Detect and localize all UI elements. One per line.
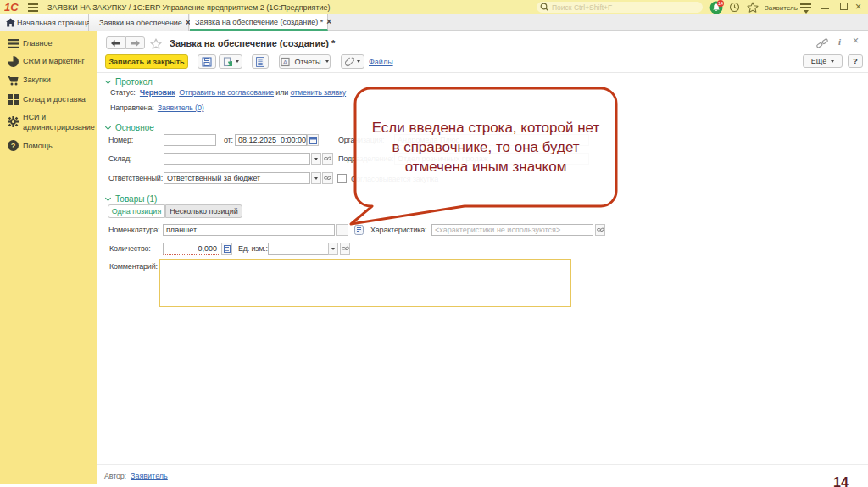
svg-text:1С: 1С [4,2,19,13]
svg-text:А: А [283,59,288,66]
svg-text:?: ? [11,142,16,150]
svg-text:14: 14 [718,1,723,6]
